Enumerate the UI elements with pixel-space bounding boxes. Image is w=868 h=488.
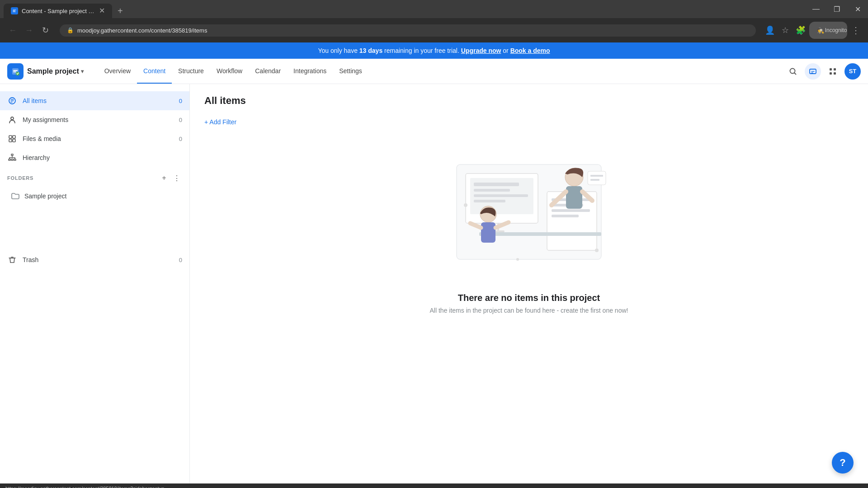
minimize-btn[interactable]: — [806, 2, 826, 16]
nav-overview[interactable]: Overview [98, 59, 137, 84]
notification-days: 13 days [359, 47, 382, 54]
sidebar-item-trash[interactable]: Trash 0 [0, 250, 189, 269]
svg-rect-22 [474, 189, 510, 192]
svg-rect-23 [474, 194, 528, 197]
svg-rect-36 [481, 222, 495, 243]
status-bar: https://moodjoy.gathercontent.com/conten… [0, 483, 868, 488]
new-tab-btn[interactable]: + [114, 6, 127, 16]
my-assignments-icon [7, 115, 17, 125]
folder-item-sample-project[interactable]: Sample project [0, 187, 189, 205]
svg-rect-10 [9, 136, 12, 138]
nav-integrations[interactable]: Integrations [287, 59, 333, 84]
browser-tab[interactable]: Content - Sample project - Con ✕ [4, 4, 112, 18]
search-btn[interactable] [785, 63, 801, 80]
files-media-icon [7, 134, 17, 144]
content-area: All items + Add Filter [190, 84, 868, 483]
nav-content[interactable]: Content [137, 59, 172, 84]
address-bar[interactable]: 🔒 moodjoy.gathercontent.com/content/3858… [60, 24, 756, 37]
notifications-btn[interactable] [805, 63, 821, 80]
svg-rect-17 [14, 159, 16, 160]
svg-rect-24 [474, 200, 505, 202]
app-header: Sample project ▾ Overview Content Struct… [0, 59, 868, 84]
status-bar-url: https://moodjoy.gathercontent.com/conten… [5, 486, 165, 488]
back-btn[interactable]: ← [5, 23, 20, 38]
svg-rect-15 [9, 159, 10, 160]
content-title: All items [204, 95, 854, 107]
trash-label: Trash [23, 256, 174, 263]
svg-point-39 [595, 249, 599, 252]
nav-structure[interactable]: Structure [172, 59, 210, 84]
tab-close-btn[interactable]: ✕ [99, 7, 105, 14]
project-name-text: Sample project [27, 67, 79, 75]
folders-section-actions: + ⋮ [159, 173, 182, 183]
svg-rect-34 [479, 232, 601, 236]
star-icon[interactable]: ☆ [778, 23, 792, 37]
trash-count: 0 [179, 257, 182, 263]
profile-icon[interactable]: 👤 [763, 23, 777, 37]
sidebar-item-hierarchy[interactable]: Hierarchy [0, 148, 189, 167]
svg-rect-6 [830, 72, 832, 75]
project-name[interactable]: Sample project ▾ [27, 67, 84, 75]
folder-icon [11, 192, 20, 201]
notification-text-prefix: You only have [318, 47, 359, 54]
folders-label: FOLDERS [7, 175, 33, 181]
grid-btn[interactable] [825, 63, 841, 80]
svg-point-2 [790, 68, 795, 73]
sidebar-item-files-media[interactable]: Files & media 0 [0, 129, 189, 148]
svg-rect-14 [11, 154, 13, 155]
svg-rect-16 [11, 159, 13, 160]
notification-or: or [501, 47, 510, 54]
files-media-label: Files & media [23, 135, 174, 142]
help-button[interactable]: ? [832, 452, 854, 474]
sidebar-item-all-items[interactable]: All items 0 [0, 91, 189, 110]
empty-state: There are no items in this project All t… [204, 128, 854, 332]
all-items-count: 0 [179, 98, 182, 104]
demo-link[interactable]: Book a demo [510, 47, 550, 54]
svg-rect-31 [552, 215, 579, 217]
main-layout: All items 0 My assignments 0 [0, 84, 868, 483]
upgrade-link[interactable]: Upgrade now [461, 47, 501, 54]
project-dropdown-icon: ▾ [81, 68, 84, 75]
incognito-badge: 🕵️ Incognito [809, 22, 847, 39]
add-folder-btn[interactable]: + [159, 173, 170, 183]
folder-more-btn[interactable]: ⋮ [171, 173, 182, 183]
hierarchy-icon [7, 153, 17, 163]
app-logo [7, 63, 24, 80]
add-filter-btn[interactable]: + Add Filter [204, 116, 236, 128]
lock-icon: 🔒 [67, 27, 74, 33]
hierarchy-label: Hierarchy [23, 154, 182, 161]
restore-btn[interactable]: ❐ [826, 2, 847, 16]
svg-point-37 [464, 203, 467, 207]
svg-rect-4 [830, 68, 832, 70]
svg-rect-13 [13, 139, 15, 142]
my-assignments-count: 0 [179, 117, 182, 123]
svg-point-9 [11, 117, 14, 120]
sidebar-item-my-assignments[interactable]: My assignments 0 [0, 110, 189, 129]
folders-section-header: FOLDERS + ⋮ [0, 167, 189, 187]
notification-banner: You only have 13 days remaining in your … [0, 42, 868, 59]
all-items-icon [7, 96, 17, 106]
files-media-count: 0 [179, 136, 182, 142]
svg-point-40 [516, 258, 519, 261]
forward-btn[interactable]: → [22, 23, 36, 38]
svg-rect-7 [834, 72, 836, 75]
all-items-label: All items [23, 97, 174, 104]
nav-workflow[interactable]: Workflow [210, 59, 249, 84]
tab-favicon [11, 7, 18, 14]
refresh-btn[interactable]: ↻ [38, 23, 52, 38]
trash-icon [7, 255, 17, 265]
notification-text-middle: remaining in your free trial. [382, 47, 461, 54]
my-assignments-label: My assignments [23, 116, 174, 123]
svg-rect-5 [834, 68, 836, 70]
empty-state-title: There are no items in this project [458, 293, 600, 303]
svg-rect-12 [9, 139, 12, 142]
user-avatar[interactable]: ST [844, 63, 861, 80]
menu-icon[interactable]: ⋮ [849, 23, 863, 37]
nav-calendar[interactable]: Calendar [249, 59, 287, 84]
folder-item-label: Sample project [24, 192, 66, 200]
close-btn[interactable]: ✕ [847, 2, 868, 16]
nav-settings[interactable]: Settings [333, 59, 368, 84]
svg-rect-33 [566, 186, 582, 209]
svg-rect-41 [588, 171, 606, 185]
extensions-icon[interactable]: 🧩 [794, 23, 807, 37]
